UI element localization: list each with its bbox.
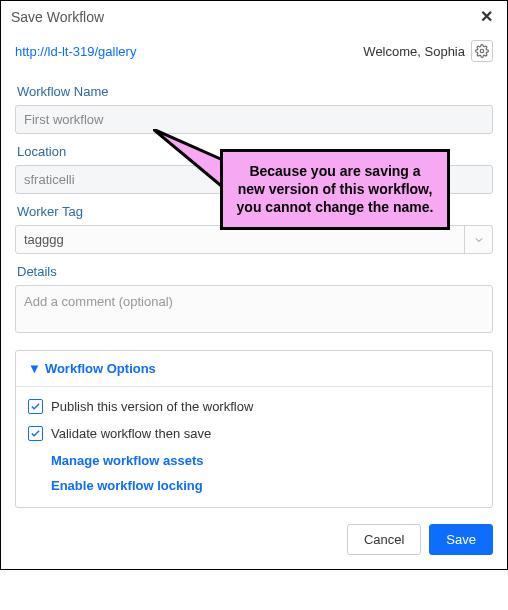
dialog-title: Save Workflow [11, 9, 104, 25]
welcome-wrap: Welcome, Sophia [363, 40, 493, 62]
dialog-footer: Cancel Save [1, 508, 507, 569]
gear-icon[interactable] [471, 40, 493, 62]
workflow-name-input[interactable] [15, 105, 493, 134]
form-content: Workflow Name Location Worker Tag Detail… [1, 68, 507, 508]
publish-checkbox[interactable] [28, 399, 43, 414]
details-label: Details [17, 264, 493, 279]
close-icon[interactable]: ✕ [476, 7, 497, 26]
details-textarea[interactable] [15, 285, 493, 333]
publish-row: Publish this version of the workflow [28, 399, 480, 414]
validate-label: Validate workflow then save [51, 426, 211, 441]
workflow-options-toggle[interactable]: ▼ Workflow Options [16, 351, 492, 386]
save-workflow-dialog: Save Workflow ✕ http://ld-lt-319/gallery… [0, 0, 508, 570]
workflow-options-body: Publish this version of the workflow Val… [16, 386, 492, 507]
breadcrumb[interactable]: http://ld-lt-319/gallery [15, 44, 136, 59]
caret-down-icon: ▼ [28, 361, 41, 376]
enable-locking-link[interactable]: Enable workflow locking [51, 478, 480, 493]
manage-assets-link[interactable]: Manage workflow assets [51, 453, 480, 468]
top-bar: http://ld-lt-319/gallery Welcome, Sophia [1, 30, 507, 68]
annotation-callout: Because you are saving a new version of … [220, 149, 450, 230]
workflow-options-panel: ▼ Workflow Options Publish this version … [15, 350, 493, 508]
title-bar: Save Workflow ✕ [1, 1, 507, 30]
validate-row: Validate workflow then save [28, 426, 480, 441]
svg-point-0 [480, 49, 484, 53]
workflow-options-title: Workflow Options [45, 361, 156, 376]
cancel-button[interactable]: Cancel [347, 524, 421, 555]
welcome-text: Welcome, Sophia [363, 44, 465, 59]
save-button[interactable]: Save [429, 524, 493, 555]
workflow-name-label: Workflow Name [17, 84, 493, 99]
publish-label: Publish this version of the workflow [51, 399, 253, 414]
validate-checkbox[interactable] [28, 426, 43, 441]
